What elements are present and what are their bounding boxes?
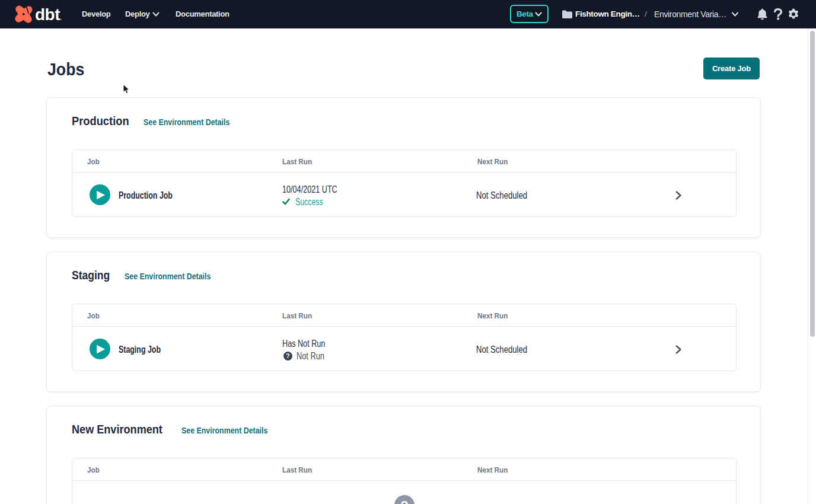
svg-text:?: ? xyxy=(286,352,289,359)
svg-text:?: ? xyxy=(400,498,408,504)
